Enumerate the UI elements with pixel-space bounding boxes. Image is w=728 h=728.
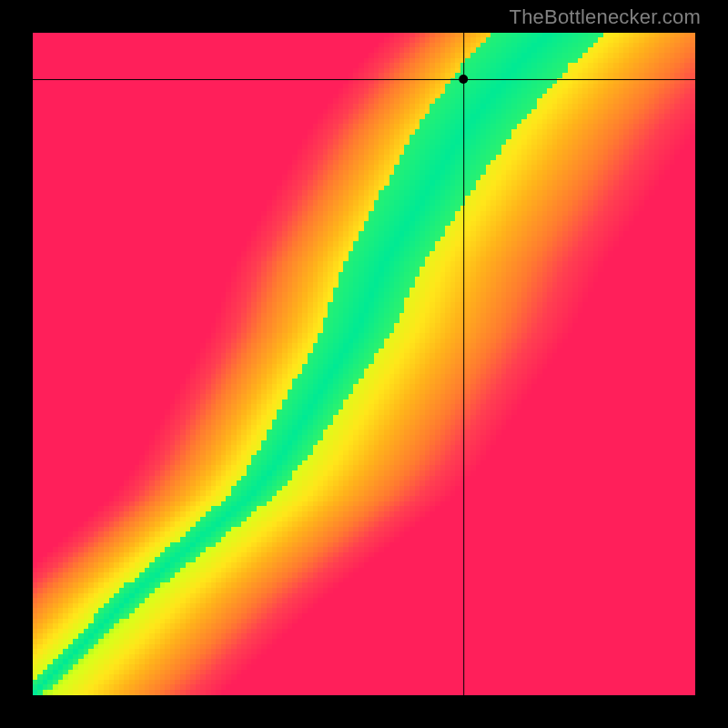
heatmap-canvas (33, 33, 695, 695)
heatmap-plot (33, 33, 695, 695)
watermark-text: TheBottlenecker.com (510, 5, 701, 29)
chart-frame: TheBottlenecker.com (0, 0, 728, 728)
